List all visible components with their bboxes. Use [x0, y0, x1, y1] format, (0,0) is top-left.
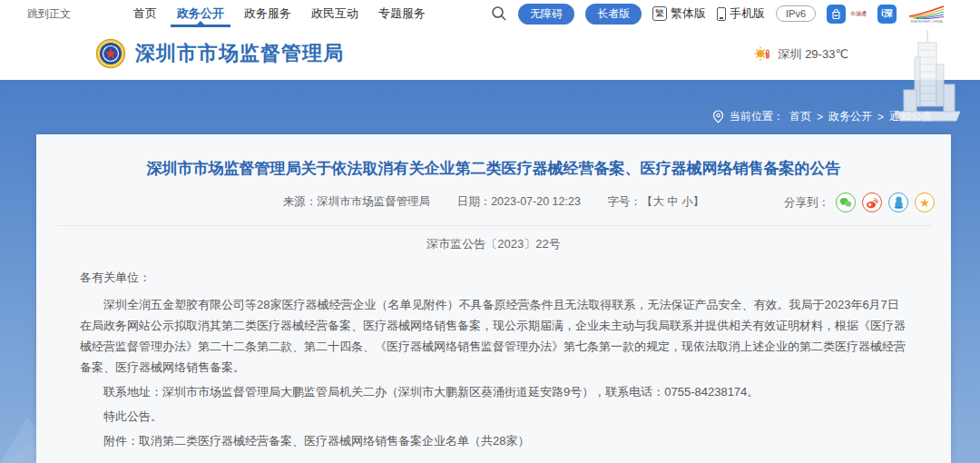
- building-illustration: [893, 30, 964, 137]
- city-logo[interactable]: SHENZHEN CHINA: [907, 5, 946, 24]
- share-weibo-icon[interactable]: [862, 192, 882, 212]
- shichangtong-label: 市场通: [850, 10, 867, 18]
- weather-text: 深圳 29-33℃: [779, 46, 848, 63]
- source-value: 深圳市市场监督管理局: [317, 195, 430, 208]
- shichangtong-app-link[interactable]: 市场通: [827, 5, 867, 24]
- ishenzhen-app-icon[interactable]: i深: [877, 5, 897, 24]
- weather-widget: 深圳 29-33℃: [753, 45, 848, 64]
- nav-interaction-label: 政民互动: [311, 5, 358, 22]
- ipv6-badge[interactable]: IPv6: [776, 5, 816, 22]
- site-header: 深圳市市场监督管理局 深圳 29-33℃: [0, 27, 980, 80]
- top-utility-bar: 跳到正文 首页 政务公开 政务服务 政民互动 专题服务 无障碍 长者版 繁 繁体…: [0, 0, 980, 27]
- nav-topics-label: 专题服务: [378, 5, 426, 22]
- elder-version-button[interactable]: 长者版: [585, 4, 642, 25]
- fontsize-bracket-close: 】: [693, 195, 705, 208]
- source-label: 来源：: [283, 195, 318, 208]
- top-nav: 首页 政务公开 政务服务 政民互动 专题服务: [123, 0, 436, 27]
- article-body: 各有关单位： 深圳全润五金塑胶有限公司等28家医疗器械经营企业（名单见附件）不具…: [36, 267, 951, 451]
- search-icon[interactable]: [491, 5, 507, 22]
- date-label: 日期：: [457, 195, 492, 208]
- document-number: 深市监公告〔2023〕22号: [36, 236, 951, 252]
- weather-icon: [753, 45, 771, 64]
- date-value: 2023-07-20 12:23: [491, 195, 581, 208]
- skip-to-content-link[interactable]: 跳到正文: [27, 6, 71, 22]
- paragraph-closing: 特此公告。: [80, 406, 909, 427]
- breadcrumb-gov-disclosure[interactable]: 政务公开: [828, 109, 872, 124]
- traditional-icon: 繁: [652, 6, 667, 21]
- share-group: 分享到： ★: [784, 192, 935, 212]
- nav-interaction[interactable]: 政民互动: [301, 0, 368, 27]
- accessibility-button[interactable]: 无障碍: [518, 4, 574, 25]
- nav-home[interactable]: 首页: [123, 0, 167, 27]
- fontsize-small-button[interactable]: 小: [681, 195, 693, 208]
- site-brand[interactable]: 深圳市市场监督管理局: [95, 38, 344, 69]
- traditional-chinese-button[interactable]: 繁 繁体版: [652, 5, 706, 22]
- nav-gov-disclosure-label: 政务公开: [177, 5, 224, 22]
- topbar-tools: 无障碍 长者版 繁 繁体版 手机版 IPv6 市场通 i深: [491, 4, 946, 25]
- share-qq-icon[interactable]: [888, 192, 908, 212]
- article-card: 深圳市市场监督管理局关于依法取消有关企业第二类医疗器械经营备案、医疗器械网络销售…: [36, 134, 951, 463]
- share-favorite-star-icon[interactable]: ★: [915, 192, 935, 212]
- mobile-label: 手机版: [730, 5, 765, 22]
- fontsize-bracket-open: 【: [642, 195, 653, 208]
- breadcrumb-separator: >: [817, 111, 823, 123]
- traditional-label: 繁体版: [671, 5, 706, 22]
- nav-home-label: 首页: [133, 5, 157, 22]
- article-title: 深圳市市场监督管理局关于依法取消有关企业第二类医疗器械经营备案、医疗器械网络销售…: [36, 158, 951, 179]
- ishenzhen-label: i深: [881, 7, 893, 20]
- paragraph-main: 深圳全润五金塑胶有限公司等28家医疗器械经营企业（名单见附件）不具备原经营条件且…: [80, 294, 909, 378]
- breadcrumb-home[interactable]: 首页: [789, 109, 811, 124]
- fontsize-large-button[interactable]: 大: [652, 195, 664, 208]
- nav-topics[interactable]: 专题服务: [368, 0, 436, 27]
- article-meta-row: 来源：深圳市市场监督管理局 日期：2023-07-20 12:23 字号：【大 …: [36, 194, 951, 216]
- breadcrumb-label: 当前位置：: [730, 109, 784, 124]
- mobile-version-button[interactable]: 手机版: [717, 5, 765, 22]
- breadcrumb-separator: >: [877, 111, 884, 123]
- mobile-phone-icon: [717, 7, 726, 21]
- active-tab-underline: [171, 25, 230, 27]
- nav-gov-disclosure[interactable]: 政务公开: [167, 0, 234, 27]
- share-wechat-icon[interactable]: [836, 192, 856, 212]
- agency-emblem-logo: [95, 38, 126, 69]
- nav-gov-services-label: 政务服务: [244, 5, 291, 22]
- shichangtong-app-icon: [827, 5, 846, 24]
- salutation: 各有关单位：: [80, 267, 909, 288]
- meta-divider: [56, 225, 931, 226]
- paragraph-attachment: 附件：取消第二类医疗器械经营备案、医疗器械网络销售备案企业名单（共28家）: [80, 430, 909, 451]
- city-logo-swoosh: [907, 5, 946, 19]
- fontsize-medium-button[interactable]: 中: [667, 195, 679, 208]
- share-label: 分享到：: [784, 195, 829, 211]
- active-tab-indicator: [197, 21, 204, 25]
- city-logo-text: SHENZHEN CHINA: [910, 19, 943, 24]
- location-pin-icon: [712, 110, 724, 123]
- nav-gov-services[interactable]: 政务服务: [234, 0, 301, 27]
- paragraph-contact: 联系地址：深圳市市场监督管理局大鹏监管局机关二办（深圳市大鹏新区葵涌街道延安路9…: [80, 381, 909, 402]
- site-title: 深圳市市场监督管理局: [135, 40, 344, 67]
- fontsize-label: 字号：: [607, 195, 642, 208]
